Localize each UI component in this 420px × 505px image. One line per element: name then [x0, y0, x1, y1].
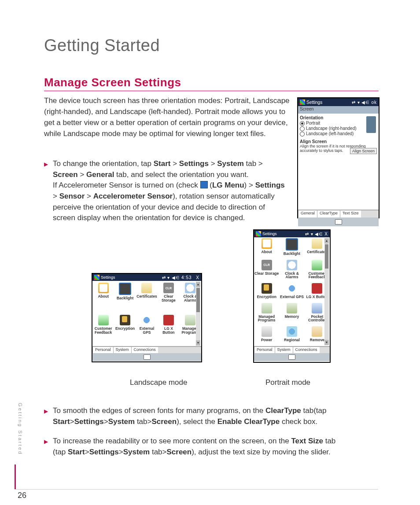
section-heading: Manage Screen Settings: [44, 76, 181, 89]
app-icon-external-gps[interactable]: External GPS: [279, 283, 304, 303]
tab-personal[interactable]: Personal: [254, 346, 275, 353]
app-label: Clock & Alarms: [279, 272, 304, 279]
scroll-thumb[interactable]: [196, 288, 200, 312]
app-icon-customer-feedback[interactable]: Customer Feedback: [92, 315, 114, 346]
app-label: Backlight: [117, 296, 133, 300]
scrollbar[interactable]: ▲▼: [324, 238, 329, 345]
app-icon-external-gps[interactable]: External GPS: [136, 315, 158, 346]
icon-grid: AboutBacklightCertificatesCLRClear Stora…: [92, 281, 201, 346]
app-icon-lg-x-button[interactable]: LG X Button: [158, 315, 179, 346]
ico-bl-icon: [119, 283, 131, 295]
radio-landscape-right[interactable]: Landscape (right-handed): [300, 126, 377, 131]
screenshot-landscape: Settings ⇄ ▾ ◀∈ 4:53 X AboutBacklightCer…: [92, 273, 202, 362]
ico-gps-icon: [287, 283, 297, 294]
screenshot-screen-settings: Settings ⇄ ▾ ◀∈ ok Screen Orientation Po…: [297, 97, 379, 218]
tab-connections[interactable]: Connections: [293, 346, 320, 353]
tab-cleartype[interactable]: ClearType: [317, 210, 340, 217]
scroll-thumb[interactable]: [325, 244, 328, 269]
bullet-textsize: ▶ To increase the readability or to see …: [44, 436, 374, 457]
app-label: Backlight: [284, 252, 300, 256]
tab-connections[interactable]: Connections: [131, 346, 158, 353]
chapter-title: Getting Started: [44, 36, 160, 55]
keyboard-icon[interactable]: [335, 219, 342, 225]
title-text: Settings: [262, 232, 277, 236]
windows-logo-icon: [94, 275, 99, 280]
radio-icon: [300, 121, 305, 126]
tab-general[interactable]: General: [298, 210, 317, 217]
app-label: Encryption: [257, 295, 276, 299]
app-icon-managed-programs[interactable]: Managed Programs: [254, 303, 279, 326]
status-icons: ⇄ ▾ ◀∈ ok: [352, 100, 377, 105]
ico-enc-icon: [262, 283, 272, 294]
ico-rm-icon: [312, 326, 322, 337]
scroll-up-icon[interactable]: ▲: [324, 238, 329, 243]
tab-system[interactable]: System: [113, 346, 132, 353]
keyboard-icon[interactable]: [144, 354, 151, 360]
radio-icon: [300, 132, 305, 136]
app-icon-regional[interactable]: Regional: [279, 326, 304, 346]
ico-bl-icon: [286, 238, 298, 251]
scroll-down-icon[interactable]: ▼: [196, 340, 200, 346]
caption-landscape: Landscape mode: [130, 378, 187, 387]
app-icon-encryption[interactable]: Encryption: [114, 315, 136, 346]
radio-landscape-left[interactable]: Landscape (left-handed): [300, 131, 377, 136]
ico-lgx-icon: [163, 315, 174, 325]
keyboard-icon[interactable]: [288, 354, 295, 360]
bold-textsize: Text Size: [291, 437, 323, 445]
tab-personal[interactable]: Personal: [92, 346, 114, 353]
bold-cleartype: ClearType: [265, 406, 301, 415]
ico-fb-icon: [98, 315, 109, 325]
icon-grid: AboutBacklightCertificatesCLRClear Stora…: [254, 237, 330, 346]
ok-button[interactable]: ok: [371, 100, 377, 105]
ico-clr-icon: CLR: [163, 283, 174, 293]
app-icon-clear-storage[interactable]: CLRClear Storage: [254, 260, 279, 283]
scroll-up-icon[interactable]: ▲: [196, 282, 200, 287]
ico-mp-icon: [185, 315, 195, 325]
bold-start: Start: [154, 159, 171, 168]
app-icon-certificates[interactable]: Certificates: [136, 283, 158, 314]
align-screen-button[interactable]: Align Screen: [350, 148, 377, 154]
radio-portrait[interactable]: Portrait: [300, 121, 377, 126]
tab-textsize[interactable]: Text Size: [340, 210, 361, 217]
app-label: About: [98, 295, 109, 299]
ico-mem-icon: [287, 303, 297, 313]
ico-pc-icon: [312, 303, 322, 313]
app-icon-clock-alarms[interactable]: Clock & Alarms: [279, 260, 304, 283]
ico-reg-icon: [287, 326, 297, 337]
app-icon-power[interactable]: Power: [254, 326, 279, 346]
app-label: Certificates: [136, 295, 157, 299]
app-icon-backlight[interactable]: Backlight: [279, 238, 304, 260]
windows-logo-icon: [256, 231, 261, 236]
intro-paragraph: The device touch screen has three orient…: [44, 95, 291, 140]
titlebar: Settings ⇄ ▾ ◀∈ ok: [298, 98, 379, 106]
bullet-cleartype: ▶ To smooth the edges of screen fonts fo…: [44, 405, 374, 427]
app-icon-memory[interactable]: Memory: [279, 303, 304, 326]
app-icon-backlight[interactable]: Backlight: [114, 283, 136, 314]
close-button[interactable]: X: [196, 275, 199, 280]
app-label: External GPS: [136, 327, 158, 334]
ico-cert-icon: [312, 238, 322, 249]
bullet-orientation: ▶ To change the orientation, tap Start >…: [44, 159, 291, 224]
app-label: LG X Button: [158, 327, 179, 334]
status-icons: ⇄ ▾ ◀∈ 4:53 X: [162, 275, 199, 280]
scrollbar[interactable]: ▲▼: [196, 282, 200, 346]
app-label: Encryption: [115, 327, 135, 331]
app-icon-encryption[interactable]: Encryption: [254, 283, 279, 303]
app-label: Power: [261, 338, 273, 342]
tabs: Personal System Connections: [92, 346, 201, 353]
ico-lgx-icon: [312, 283, 322, 294]
tab-system[interactable]: System: [275, 346, 293, 353]
text: To change the orientation, tap: [53, 159, 154, 168]
app-icon-about[interactable]: About: [254, 238, 279, 260]
screen-body: Orientation Portrait Landscape (right-ha…: [298, 114, 379, 210]
page-number: 26: [18, 491, 26, 500]
app-icon-about[interactable]: About: [92, 283, 114, 314]
app-icon-clear-storage[interactable]: CLRClear Storage: [158, 283, 179, 314]
ico-gps-icon: [141, 315, 152, 325]
ico-clr-icon: CLR: [262, 260, 272, 270]
bold-system: System: [217, 159, 243, 168]
scroll-down-icon[interactable]: ▼: [324, 340, 329, 345]
screenshot-portrait: Settings ⇄ ▾ ◀∈ X AboutBacklightCertific…: [253, 229, 331, 363]
close-button[interactable]: X: [324, 232, 328, 236]
align-heading: Align Screen: [300, 139, 377, 144]
